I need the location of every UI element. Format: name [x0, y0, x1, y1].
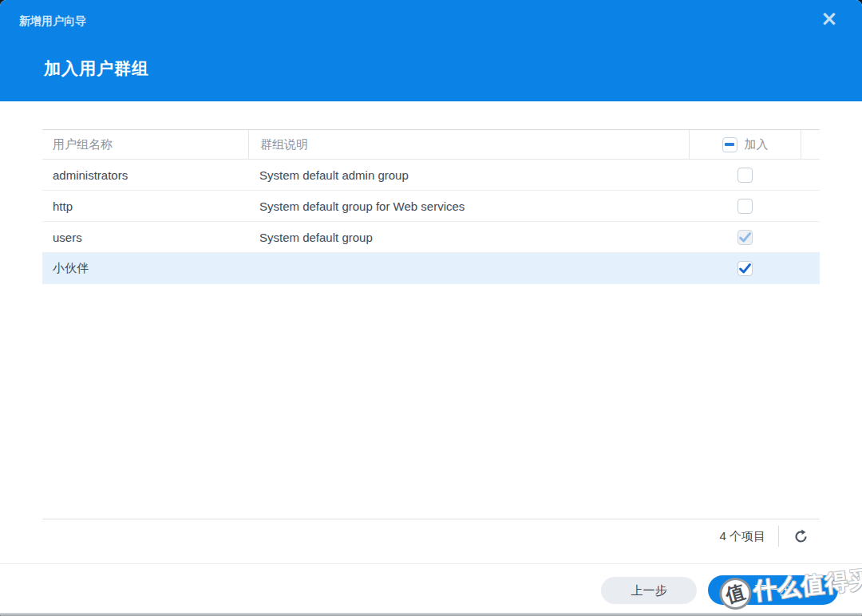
- add-user-wizard-dialog: 新增用户向导 × 加入用户群组 用户组名称 群组说明 加入 administra…: [0, 0, 862, 616]
- group-name: 小伙伴: [42, 261, 248, 276]
- status-bar: 4 个项目: [719, 524, 809, 548]
- table-header-row: 用户组名称 群组说明 加入: [42, 130, 820, 160]
- table-row[interactable]: 小伙伴: [42, 253, 820, 284]
- group-description: System default group for Web services: [248, 199, 689, 213]
- join-checkbox[interactable]: [737, 199, 753, 214]
- close-icon[interactable]: ×: [817, 6, 841, 30]
- group-table: 用户组名称 群组说明 加入 administrators System defa…: [42, 129, 820, 519]
- group-name: administrators: [42, 168, 248, 182]
- table-body: administrators System default admin grou…: [42, 160, 820, 284]
- group-name: users: [42, 231, 248, 244]
- group-name: http: [42, 199, 248, 213]
- column-header-group-description[interactable]: 群组说明: [248, 130, 689, 159]
- select-all-checkbox[interactable]: [722, 137, 737, 152]
- join-checkbox[interactable]: [737, 230, 753, 245]
- column-header-group-name[interactable]: 用户组名称: [42, 130, 248, 159]
- group-description: System default admin group: [248, 168, 689, 182]
- wizard-title: 新增用户向导: [19, 14, 86, 29]
- status-divider: [778, 526, 779, 547]
- table-row[interactable]: administrators System default admin grou…: [42, 160, 820, 191]
- table-row[interactable]: http System default group for Web servic…: [42, 191, 820, 222]
- page-title: 加入用户群组: [44, 57, 149, 80]
- refresh-icon: [793, 529, 809, 544]
- item-count: 4 个项目: [719, 529, 765, 544]
- group-description: System default group: [248, 231, 689, 244]
- join-checkbox[interactable]: [737, 168, 753, 183]
- column-header-join: 加入: [689, 130, 801, 159]
- column-header-join-label: 加入: [745, 137, 769, 152]
- footer-divider: [0, 563, 862, 564]
- check-icon: [738, 262, 752, 275]
- join-checkbox-cell: [689, 261, 801, 276]
- header-gutter: [801, 130, 820, 159]
- refresh-button[interactable]: [792, 527, 809, 545]
- next-button[interactable]: 下一步: [708, 575, 838, 605]
- join-checkbox-cell: [689, 168, 801, 183]
- join-checkbox-cell: [689, 230, 801, 245]
- join-checkbox[interactable]: [737, 261, 753, 276]
- dialog-header: 新增用户向导 × 加入用户群组: [0, 0, 862, 101]
- check-icon: [738, 231, 752, 244]
- previous-button[interactable]: 上一步: [601, 577, 697, 604]
- table-row[interactable]: users System default group: [42, 222, 820, 253]
- dialog-bottom-edge: [0, 613, 862, 616]
- join-checkbox-cell: [689, 199, 801, 214]
